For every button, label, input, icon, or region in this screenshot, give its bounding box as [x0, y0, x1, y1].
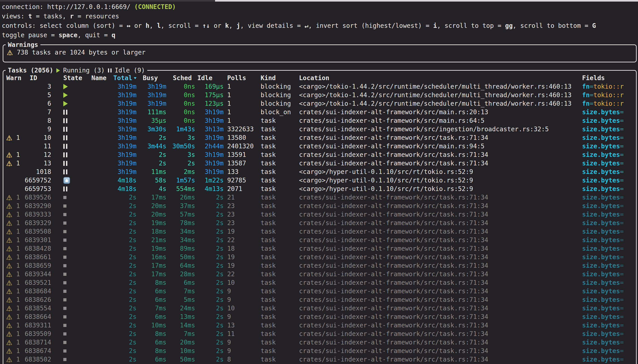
state-cell	[51, 176, 89, 185]
warning-triangle-icon	[6, 229, 12, 234]
duration-value: 2s	[216, 313, 224, 320]
idle-cell: 3h19m	[195, 168, 224, 176]
state-cell	[51, 150, 89, 159]
warn-cell: 1	[5, 159, 23, 168]
duration-value: 2s	[216, 304, 224, 312]
location-cell: crates/sui-indexer-alt-framework/src/tas…	[297, 312, 578, 321]
total-cell: 2s	[112, 304, 136, 312]
duration-value: 6ms	[155, 296, 166, 304]
idle-cell: 4m13s	[195, 185, 224, 193]
duration-value: 1m57s	[176, 176, 195, 184]
column-header-total[interactable]: Total	[112, 74, 136, 82]
column-header-polls[interactable]: Polls	[224, 74, 258, 82]
state-cell	[51, 210, 89, 219]
completed-state-icon	[63, 281, 66, 284]
idle-cell: 2s	[195, 219, 224, 227]
field-equals: =	[620, 126, 624, 133]
warning-triangle-icon	[6, 203, 12, 209]
column-header-sched[interactable]: Sched	[166, 74, 195, 82]
kind-cell: task	[258, 150, 297, 159]
task-id-cell: 3	[23, 82, 51, 91]
duration-value: 2s	[216, 253, 224, 261]
text-segment: , invert sort (highest/lowest) =	[308, 22, 433, 30]
duration-value: 7ms	[184, 288, 195, 295]
field-equals: =	[620, 279, 624, 286]
duration-value: 2s	[159, 160, 166, 167]
completed-state-icon	[63, 222, 66, 225]
text-segment: , scroll to bottom =	[513, 22, 592, 30]
field-key: fn	[582, 100, 590, 107]
total-cell: 3h19m	[112, 125, 136, 134]
busy-cell: 2s	[136, 159, 166, 168]
kind-cell: task	[258, 134, 297, 142]
text-segment: t	[28, 12, 32, 20]
location-cell: crates/sui-indexer-alt-framework/src/tas…	[297, 227, 578, 236]
total-cell: 3h19m	[112, 116, 136, 125]
column-header-kind[interactable]: Kind	[258, 74, 297, 82]
sched-cell: 0ns	[166, 82, 195, 91]
fields-cell: size.bytes=	[578, 159, 636, 168]
kind-cell: task	[258, 312, 297, 321]
column-header-fields[interactable]: Fields	[578, 74, 636, 82]
task-id-cell: 6838684	[23, 287, 51, 296]
fields-cell: size.bytes=	[578, 116, 636, 125]
sched-cell: 554ms	[166, 185, 195, 193]
location-cell: crates/sui-indexer-alt-framework/src/tas…	[297, 159, 578, 168]
idle-cell: 2s	[195, 193, 224, 202]
fields-cell: size.bytes=	[578, 202, 636, 210]
warning-triangle-icon	[6, 357, 12, 362]
views-help-line: views: t = tasks, r = resources	[2, 12, 119, 21]
fields-cell: size.bytes=	[578, 296, 636, 304]
task-id-cell: 6838714	[23, 338, 51, 347]
duration-value: 8ms	[155, 347, 166, 354]
polls-cell: 18	[224, 244, 258, 253]
name-cell	[89, 244, 112, 253]
duration-value: 3h19m	[118, 126, 136, 133]
column-header-id[interactable]: ID	[23, 74, 51, 82]
name-cell	[89, 91, 112, 100]
column-header-idle[interactable]: Idle	[195, 74, 224, 82]
text-segment: j	[236, 22, 240, 30]
text-segment: r	[70, 12, 74, 20]
name-cell	[89, 330, 112, 338]
warning-text: 738 tasks are 1024 bytes or larger	[17, 49, 146, 56]
warning-triangle-icon	[6, 340, 12, 345]
polls-cell: 9	[224, 338, 258, 347]
busy-cell: 10ms	[136, 321, 166, 330]
column-header-location[interactable]: Location	[297, 74, 578, 82]
state-cell	[51, 244, 89, 253]
field-key: size.bytes	[582, 253, 620, 261]
column-header-state[interactable]: State	[51, 74, 89, 82]
kind-cell: task	[258, 355, 297, 364]
location-cell: crates/sui-indexer-alt-framework/src/tas…	[297, 330, 578, 338]
field-equals: =	[620, 219, 624, 227]
location-cell: crates/sui-indexer-alt-framework/src/tas…	[297, 193, 578, 202]
kind-cell: task	[258, 168, 297, 176]
text-segment: = resources	[74, 12, 119, 20]
column-header-warn[interactable]: Warn	[5, 74, 23, 82]
duration-value: 50ms	[180, 356, 195, 363]
duration-value: 1m22s	[205, 176, 224, 184]
name-cell	[89, 168, 112, 176]
column-header-busy[interactable]: Busy	[136, 74, 166, 82]
total-cell: 2s	[112, 287, 136, 296]
warning-triangle-icon	[7, 50, 13, 55]
field-key: size.bytes	[582, 126, 620, 133]
location-cell: <cargo>/hyper-util-0.1.10/src/rt/tokio.r…	[297, 168, 578, 176]
total-cell: 2s	[112, 347, 136, 355]
duration-value: 3s	[188, 134, 195, 142]
duration-value: 2s	[129, 262, 136, 269]
duration-value: 2s	[216, 270, 224, 278]
state-cell	[51, 202, 89, 210]
column-header-name[interactable]: Name	[89, 74, 112, 82]
duration-value: 19ms	[151, 219, 166, 227]
polls-cell: 19	[224, 262, 258, 270]
warn-cell: 1	[5, 236, 23, 244]
text-segment: (CONNECTED)	[134, 3, 176, 10]
idle-cell: 2s	[195, 278, 224, 287]
duration-value: 2s	[216, 279, 224, 286]
idle-cell: 2s	[195, 210, 224, 219]
busy-cell: 2s	[136, 134, 166, 142]
warn-cell	[5, 168, 23, 176]
total-cell: 3h19m	[112, 142, 136, 150]
